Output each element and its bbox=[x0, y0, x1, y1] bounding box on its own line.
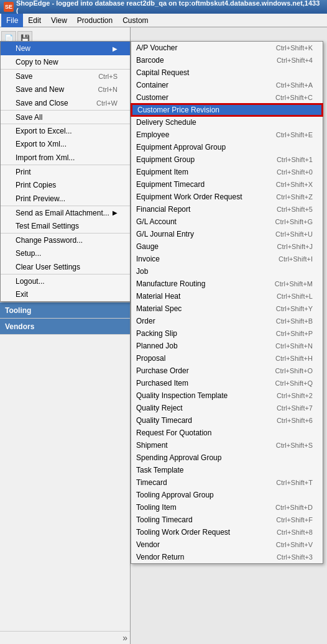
nav-item-tooling[interactable]: Tooling bbox=[0, 302, 130, 319]
file-menu-item-exit[interactable]: Exit bbox=[1, 288, 130, 301]
new-submenu-item-9[interactable]: Equipment GroupCtrl+Shift+1 bbox=[131, 153, 323, 166]
new-submenu-item-35[interactable]: TimecardCtrl+Shift+T bbox=[131, 476, 323, 489]
menu-item-edit[interactable]: Edit bbox=[23, 14, 46, 27]
new-submenu-item-37[interactable]: Tooling ItemCtrl+Shift+D bbox=[131, 501, 323, 514]
new-submenu-shortcut-27: Ctrl+Shift+Q bbox=[275, 379, 313, 387]
new-submenu-item-1[interactable]: BarcodeCtrl+Shift+4 bbox=[131, 54, 323, 66]
new-submenu-item-6[interactable]: Delivery Schedule bbox=[131, 116, 323, 129]
new-submenu-shortcut-39: Ctrl+Shift+8 bbox=[277, 528, 313, 536]
new-submenu-shortcut-19: Ctrl+Shift+M bbox=[275, 280, 313, 288]
new-submenu-shortcut-15: Ctrl+Shift+U bbox=[275, 230, 313, 238]
new-submenu-item-2[interactable]: Capital Request bbox=[131, 66, 323, 79]
file-menu-item-export-xml[interactable]: Export to Xml... bbox=[1, 137, 130, 151]
new-submenu-label-14: G/L Account bbox=[136, 217, 177, 226]
file-menu-item-save[interactable]: SaveCtrl+S bbox=[1, 69, 130, 83]
new-submenu-item-29[interactable]: Quality RejectCtrl+Shift+7 bbox=[131, 402, 323, 414]
file-menu-item-send-email[interactable]: Send as Email Attachment...▶ bbox=[1, 206, 130, 219]
file-menu-item-print-preview[interactable]: Print Preview... bbox=[1, 192, 130, 206]
new-submenu-item-30[interactable]: Quality TimecardCtrl+Shift+6 bbox=[131, 414, 323, 427]
new-submenu-shortcut-30: Ctrl+Shift+6 bbox=[277, 417, 313, 424]
new-submenu-item-32[interactable]: ShipmentCtrl+Shift+S bbox=[131, 439, 323, 451]
new-submenu-item-20[interactable]: Material HeatCtrl+Shift+L bbox=[131, 290, 323, 302]
new-submenu-label-41: Vendor Return bbox=[136, 553, 184, 561]
file-menu-item-logout[interactable]: Logout... bbox=[1, 274, 130, 288]
new-submenu-item-24[interactable]: Planned JobCtrl+Shift+N bbox=[131, 340, 323, 352]
file-menu-item-change-password[interactable]: Change Password... bbox=[1, 233, 130, 247]
new-submenu-item-13[interactable]: Financial ReportCtrl+Shift+5 bbox=[131, 203, 323, 215]
new-submenu-item-15[interactable]: G/L Journal EntryCtrl+Shift+U bbox=[131, 228, 323, 240]
file-menu-label-save: Save bbox=[16, 72, 32, 81]
new-submenu-label-13: Financial Report bbox=[136, 205, 190, 214]
new-submenu-item-39[interactable]: Tooling Work Order RequestCtrl+Shift+8 bbox=[131, 526, 323, 538]
file-menu-label-setup: Setup... bbox=[16, 249, 41, 258]
new-submenu-item-27[interactable]: Purchased ItemCtrl+Shift+Q bbox=[131, 377, 323, 389]
new-submenu-label-30: Quality Timecard bbox=[136, 416, 192, 425]
file-menu-item-print[interactable]: Print bbox=[1, 165, 130, 178]
file-menu-item-print-copies[interactable]: Print Copies bbox=[1, 178, 130, 192]
file-menu-item-new[interactable]: New▶ bbox=[1, 42, 130, 55]
nav-item-vendors[interactable]: Vendors bbox=[0, 319, 130, 335]
main-container: 📄 💾 Event Subscriptions ▼ bbox=[0, 27, 327, 644]
new-submenu-item-26[interactable]: Purchase OrderCtrl+Shift+O bbox=[131, 365, 323, 377]
file-menu-item-save-close[interactable]: Save and CloseCtrl+W bbox=[1, 96, 130, 110]
menu-item-production[interactable]: Production bbox=[72, 14, 117, 27]
new-submenu-item-16[interactable]: GaugeCtrl+Shift+J bbox=[131, 240, 323, 253]
new-submenu-item-28[interactable]: Quality Inspection TemplateCtrl+Shift+2 bbox=[131, 389, 323, 402]
new-submenu-item-23[interactable]: Packing SlipCtrl+Shift+P bbox=[131, 327, 323, 340]
new-submenu-item-12[interactable]: Equipment Work Order RequestCtrl+Shift+Z bbox=[131, 191, 323, 203]
new-submenu-label-27: Purchased Item bbox=[136, 379, 188, 388]
file-menu-item-setup[interactable]: Setup... bbox=[1, 247, 130, 260]
new-submenu-item-7[interactable]: EmployeeCtrl+Shift+E bbox=[131, 129, 323, 141]
file-menu-label-clear-settings: Clear User Settings bbox=[16, 263, 80, 271]
file-menu-item-copy-to-new[interactable]: Copy to New bbox=[1, 55, 130, 69]
new-submenu-shortcut-37: Ctrl+Shift+D bbox=[275, 504, 313, 511]
new-submenu-shortcut-41: Ctrl+Shift+3 bbox=[277, 553, 313, 561]
new-submenu-item-8[interactable]: Equipment Approval Group bbox=[131, 141, 323, 153]
new-submenu-shortcut-32: Ctrl+Shift+S bbox=[276, 442, 313, 449]
file-menu-item-clear-settings[interactable]: Clear User Settings bbox=[1, 260, 130, 274]
titlebar: SE ShopEdge - logged into database react… bbox=[0, 0, 327, 14]
file-menu-label-save-new: Save and New bbox=[16, 85, 64, 94]
new-submenu-item-36[interactable]: Tooling Approval Group bbox=[131, 489, 323, 501]
file-menu-dropdown: New▶Copy to NewSaveCtrl+SSave and NewCtr… bbox=[0, 41, 131, 302]
new-submenu-item-10[interactable]: Equipment ItemCtrl+Shift+0 bbox=[131, 166, 323, 178]
file-menu-label-print-preview: Print Preview... bbox=[16, 194, 65, 203]
new-submenu-item-33[interactable]: Spending Approval Group bbox=[131, 451, 323, 464]
new-submenu-item-11[interactable]: Equipment TimecardCtrl+Shift+X bbox=[131, 178, 323, 191]
new-submenu-label-36: Tooling Approval Group bbox=[136, 491, 214, 499]
menu-item-view[interactable]: View bbox=[46, 14, 72, 27]
file-menu-item-test-email[interactable]: Test Email Settings bbox=[1, 219, 130, 233]
new-submenu-item-18[interactable]: Job bbox=[131, 265, 323, 278]
new-submenu-shortcut-12: Ctrl+Shift+Z bbox=[276, 193, 313, 201]
new-submenu-item-19[interactable]: Manufacture RoutingCtrl+Shift+M bbox=[131, 278, 323, 290]
new-submenu-item-21[interactable]: Material SpecCtrl+Shift+Y bbox=[131, 302, 323, 315]
new-submenu-item-14[interactable]: G/L AccountCtrl+Shift+G bbox=[131, 215, 323, 228]
file-menu-item-export-excel[interactable]: Export to Excel... bbox=[1, 124, 130, 137]
file-menu-label-new: New bbox=[16, 44, 30, 53]
file-menu-label-import-xml: Import from Xml... bbox=[16, 153, 75, 162]
new-submenu-label-8: Equipment Approval Group bbox=[136, 143, 226, 152]
new-submenu-label-19: Manufacture Routing bbox=[136, 279, 205, 288]
new-submenu-label-3: Container bbox=[136, 81, 168, 89]
new-submenu-item-34[interactable]: Task Template bbox=[131, 464, 323, 476]
new-submenu-shortcut-4: Ctrl+Shift+C bbox=[275, 94, 313, 101]
file-menu-item-save-all[interactable]: Save All bbox=[1, 110, 130, 124]
new-submenu-item-41[interactable]: Vendor ReturnCtrl+Shift+3 bbox=[131, 551, 323, 563]
new-submenu-label-33: Spending Approval Group bbox=[136, 453, 221, 462]
new-submenu-item-22[interactable]: OrderCtrl+Shift+B bbox=[131, 315, 323, 327]
new-submenu-item-3[interactable]: ContainerCtrl+Shift+A bbox=[131, 79, 323, 91]
new-submenu-item-17[interactable]: InvoiceCtrl+Shift+I bbox=[131, 253, 323, 265]
file-menu-item-import-xml[interactable]: Import from Xml... bbox=[1, 151, 130, 165]
new-submenu-item-38[interactable]: Tooling TimecardCtrl+Shift+F bbox=[131, 514, 323, 526]
new-submenu-item-25[interactable]: ProposalCtrl+Shift+H bbox=[131, 352, 323, 365]
file-menu-item-save-new[interactable]: Save and NewCtrl+N bbox=[1, 83, 130, 96]
sidebar-expand-button[interactable]: » bbox=[0, 631, 130, 644]
new-submenu-item-0[interactable]: A/P VoucherCtrl+Shift+K bbox=[131, 42, 323, 54]
new-submenu-item-4[interactable]: CustomerCtrl+Shift+C bbox=[131, 91, 323, 104]
new-submenu-item-31[interactable]: Request For Quotation bbox=[131, 427, 323, 439]
menu-item-file[interactable]: File bbox=[1, 14, 23, 27]
new-submenu-item-40[interactable]: VendorCtrl+Shift+V bbox=[131, 538, 323, 551]
new-submenu-item-5[interactable]: Customer Price Revision bbox=[131, 104, 323, 116]
menu-item-custom[interactable]: Custom bbox=[117, 14, 153, 27]
new-submenu-shortcut-0: Ctrl+Shift+K bbox=[276, 44, 313, 52]
